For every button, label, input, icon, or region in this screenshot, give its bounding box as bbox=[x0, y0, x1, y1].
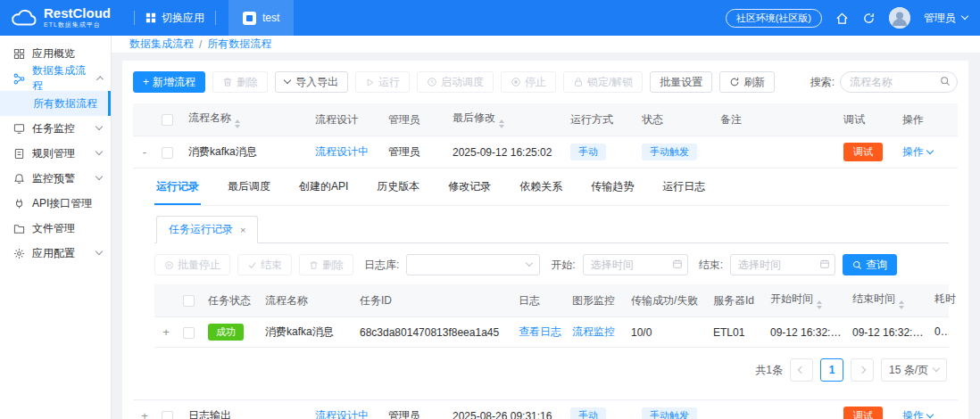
delete-task-button[interactable]: 删除 bbox=[299, 254, 353, 275]
col-task-server: 服务器Id bbox=[708, 284, 765, 317]
api-icon bbox=[13, 198, 25, 210]
flow-design-link[interactable]: 流程设计中 bbox=[315, 409, 369, 419]
monitor-icon bbox=[13, 123, 25, 135]
col-flow-name[interactable]: 流程名称 bbox=[183, 103, 310, 136]
sidebar-item-overview[interactable]: 应用概览 bbox=[0, 41, 111, 66]
home-icon[interactable] bbox=[835, 12, 849, 25]
select-all-checkbox[interactable] bbox=[162, 114, 173, 126]
sidebar-item-api-management[interactable]: API接口管理 bbox=[0, 191, 111, 216]
flow-design-cell: 流程设计中 bbox=[310, 136, 383, 168]
import-export-button[interactable]: 导入导出 bbox=[275, 71, 348, 93]
breadcrumb-parent[interactable]: 数据集成流程 bbox=[129, 37, 194, 52]
sidebar: 应用概览 数据集成流程 所有数据流程 任务监控 规则管理 bbox=[0, 36, 112, 419]
prev-page-button[interactable] bbox=[790, 358, 813, 382]
status-badge: 手动触发 bbox=[642, 407, 697, 419]
debug-button[interactable]: 调试 bbox=[843, 407, 883, 419]
row-checkbox[interactable] bbox=[162, 411, 173, 419]
delete-button[interactable]: 删除 bbox=[212, 71, 268, 93]
flow-design-link[interactable]: 流程设计中 bbox=[315, 145, 369, 158]
pause-icon bbox=[164, 260, 174, 270]
refresh-icon[interactable] bbox=[862, 12, 876, 25]
col-task-end[interactable]: 结束时间 bbox=[847, 284, 929, 317]
collapse-row-toggle[interactable]: - bbox=[133, 136, 156, 168]
col-task-duration[interactable]: 耗时 bbox=[929, 284, 949, 317]
sidebar-item-task-monitor[interactable]: 任务监控 bbox=[0, 116, 111, 141]
sort-icon[interactable] bbox=[899, 300, 904, 309]
user-menu[interactable]: 管理员 bbox=[924, 11, 968, 26]
search-icon[interactable] bbox=[940, 76, 951, 86]
subtab-task-run-records[interactable]: 任务运行记录 × bbox=[156, 216, 258, 243]
flow-modified-cell: 2025-09-12 16:25:02 bbox=[447, 136, 565, 168]
tab-created-api[interactable]: 创建的API bbox=[297, 170, 350, 205]
batch-stop-button[interactable]: 批量停止 bbox=[154, 254, 230, 275]
select-all-checkbox[interactable] bbox=[183, 295, 195, 307]
expand-row-toggle[interactable]: + bbox=[154, 317, 178, 348]
lock-unlock-button[interactable]: 锁定/解锁 bbox=[563, 71, 643, 93]
col-task-log: 日志 bbox=[513, 284, 567, 317]
sidebar-item-app-config[interactable]: 应用配置 bbox=[0, 241, 111, 266]
sort-icon[interactable] bbox=[499, 119, 504, 128]
tab-transfer-trend[interactable]: 传输趋势 bbox=[589, 170, 635, 205]
chevron-down-icon bbox=[926, 146, 934, 153]
page-number[interactable]: 1 bbox=[820, 358, 843, 382]
task-table-header-row: 任务状态 流程名称 任务ID 日志 图形监控 传输成功/失败 服务器Id bbox=[154, 284, 949, 317]
delete-task-label: 删除 bbox=[322, 258, 344, 273]
flow-name-cell: 日志输出 bbox=[183, 400, 310, 419]
sidebar-item-monitor-alert[interactable]: 监控预警 bbox=[0, 166, 111, 191]
tab-last-schedule[interactable]: 最后调度 bbox=[226, 170, 272, 205]
app-tab-test[interactable]: test bbox=[228, 0, 294, 36]
bell-icon bbox=[13, 173, 25, 185]
switch-app-button[interactable]: 切换应用 bbox=[145, 11, 204, 26]
new-flow-button[interactable]: + 新增流程 bbox=[133, 71, 205, 93]
refresh-label: 刷新 bbox=[743, 75, 765, 90]
tab-change-records[interactable]: 修改记录 bbox=[446, 170, 493, 205]
start-schedule-button[interactable]: 启动调度 bbox=[417, 71, 494, 93]
sidebar-item-file-management[interactable]: 文件管理 bbox=[0, 216, 111, 241]
row-checkbox[interactable] bbox=[162, 147, 173, 159]
folder-icon bbox=[13, 223, 25, 234]
end-time-picker[interactable] bbox=[730, 254, 835, 275]
detail-subtabs: 任务运行记录 × bbox=[154, 215, 949, 243]
close-icon[interactable]: × bbox=[240, 225, 245, 235]
action-menu-link[interactable]: 操作 bbox=[902, 408, 933, 419]
stop-button[interactable]: 停止 bbox=[501, 71, 556, 93]
sidebar-item-data-integration[interactable]: 数据集成流程 bbox=[0, 66, 111, 91]
task-row: + 成功 消费kafka消息 68c3da801470813f8eea1a45 … bbox=[154, 317, 949, 348]
plus-icon: + bbox=[143, 76, 149, 88]
sort-icon[interactable] bbox=[817, 300, 822, 309]
tab-run-logs[interactable]: 运行日志 bbox=[660, 170, 707, 205]
view-log-link[interactable]: 查看日志 bbox=[519, 325, 561, 338]
start-time-picker[interactable] bbox=[583, 254, 688, 275]
page-size-select[interactable]: 15 条/页 bbox=[881, 358, 947, 382]
avatar[interactable] bbox=[889, 7, 910, 29]
expand-row-toggle[interactable]: + bbox=[133, 400, 156, 419]
task-table: 任务状态 流程名称 任务ID 日志 图形监控 传输成功/失败 服务器Id bbox=[154, 284, 949, 348]
refresh-list-button[interactable]: 刷新 bbox=[719, 71, 775, 93]
query-button[interactable]: 查询 bbox=[843, 254, 897, 275]
sidebar-item-rule-management[interactable]: 规则管理 bbox=[0, 141, 111, 166]
run-button[interactable]: 运行 bbox=[355, 71, 410, 93]
debug-button[interactable]: 调试 bbox=[843, 143, 883, 161]
grid-icon bbox=[145, 12, 156, 23]
switch-app-label: 切换应用 bbox=[162, 11, 204, 26]
sort-icon[interactable] bbox=[235, 119, 240, 128]
task-pagination: 共1条 1 15 条/页 bbox=[156, 358, 947, 382]
app-tab-label: test bbox=[262, 12, 279, 24]
tab-dependencies[interactable]: 依赖关系 bbox=[518, 170, 564, 205]
success-badge: 成功 bbox=[208, 324, 244, 341]
flow-design-cell: 流程设计中 bbox=[310, 400, 383, 419]
flow-monitor-link[interactable]: 流程监控 bbox=[572, 325, 615, 338]
col-task-start[interactable]: 开始时间 bbox=[765, 284, 847, 317]
batch-settings-button[interactable]: 批量设置 bbox=[650, 71, 712, 93]
row-checkbox[interactable] bbox=[183, 327, 195, 339]
action-menu-link[interactable]: 操作 bbox=[902, 144, 933, 160]
tab-run-records[interactable]: 运行记录 bbox=[154, 170, 201, 205]
sidebar-item-all-flows[interactable]: 所有数据流程 bbox=[0, 91, 111, 116]
task-id-cell: 68c3da801470813f8eea1a45 bbox=[354, 317, 513, 348]
next-page-button[interactable] bbox=[851, 358, 874, 382]
col-last-modified[interactable]: 最后修改 bbox=[447, 103, 565, 136]
log-db-select[interactable] bbox=[406, 254, 540, 275]
tab-history-versions[interactable]: 历史版本 bbox=[375, 170, 421, 205]
finish-button[interactable]: 结束 bbox=[237, 254, 292, 275]
col-task-transfer: 传输成功/失败 bbox=[626, 284, 708, 317]
